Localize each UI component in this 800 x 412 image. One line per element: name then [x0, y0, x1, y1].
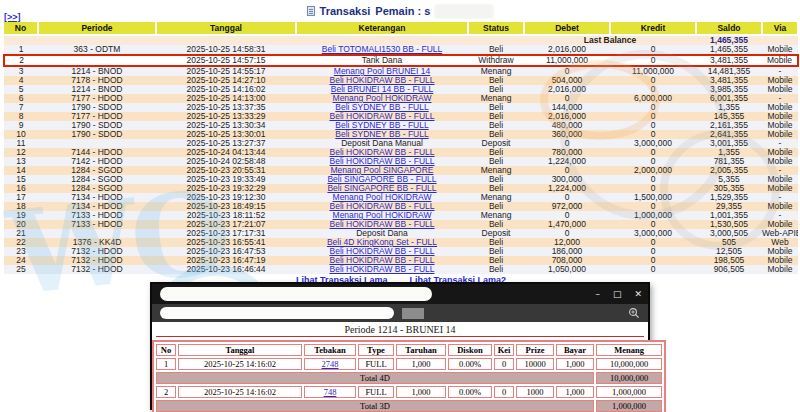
table-row: 19 7133 - HDOD 2025-10-23 18:11:52 Menan… — [4, 211, 798, 220]
close-button[interactable]: ✕ — [634, 290, 642, 299]
popup-title-bar[interactable]: – □ ✕ — [152, 284, 648, 304]
keterangan-link[interactable]: Beli HOKIDRAW BB - FULL — [329, 220, 434, 229]
transaction-table: No Periode Tanggal Keterangan Status Deb… — [3, 22, 799, 287]
cell-via: Mobile — [762, 55, 798, 66]
cell-tanggal: 2025-10-23 17:21:07 — [156, 220, 296, 229]
cell-no: 14 — [4, 166, 38, 175]
table-row: 4 7178 - HDOD 2025-10-25 14:27:10 Beli H… — [4, 76, 798, 85]
cell-status: Beli — [468, 265, 524, 274]
table-row: 20 7133 - HDOD 2025-10-23 17:21:07 Beli … — [4, 220, 798, 229]
cell-tanggal: 2025-10-25 14:27:10 — [156, 76, 296, 85]
censored-browser-tab[interactable] — [160, 287, 432, 301]
keterangan-link[interactable]: Menang Pool HOKIDRAW — [333, 211, 432, 220]
keterangan-link[interactable]: Menang Pool HOKIDRAW — [333, 94, 432, 103]
cell-status: Beli — [468, 85, 524, 94]
cell-saldo: 14,481,355 — [696, 66, 762, 76]
keterangan-link[interactable]: Beli TOTOMALI1530 BB - FULL — [322, 45, 442, 54]
player-label: Pemain : s — [375, 5, 430, 17]
keterangan-link[interactable]: Beli SINGAPORE BB - FULL — [327, 175, 436, 184]
tebakan-link[interactable]: 2748 — [322, 359, 339, 369]
keterangan-link[interactable]: Beli HOKIDRAW BB - FULL — [329, 256, 434, 265]
detail-cell-no: 2 — [156, 386, 176, 398]
maximize-button[interactable]: □ — [613, 290, 622, 299]
cell-keterangan: Deposit Dana — [296, 229, 468, 238]
cell-kredit: 0 — [610, 202, 696, 211]
total-3d-value: 1,000,000 — [596, 400, 662, 412]
pagination-next-link[interactable]: [>>] — [4, 12, 21, 22]
zoom-icon[interactable] — [628, 307, 640, 319]
cell-no: 2 — [4, 55, 38, 66]
detail-col-tebakan: Tebakan — [304, 344, 356, 356]
cell-kredit: 3,000,000 — [610, 229, 696, 238]
keterangan-link[interactable]: Beli 4D KingKong Set - FULL — [327, 238, 437, 247]
cell-tanggal: 2025-10-25 14:13:00 — [156, 94, 296, 103]
col-header-via: Via — [762, 22, 798, 35]
cell-periode — [38, 55, 156, 66]
keterangan-link[interactable]: Beli SINGAPORE BB - FULL — [327, 184, 436, 193]
cell-saldo: 781,355 — [696, 157, 762, 166]
col-header-debet: Debet — [524, 22, 610, 35]
keterangan-link[interactable]: Menang Pool HOKIDRAW — [333, 193, 432, 202]
table-row: 12 7144 - HDOD 2025-10-24 04:13:44 Beli … — [4, 148, 798, 157]
table-row: 6 7177 - HDOD 2025-10-25 14:13:00 Menang… — [4, 94, 798, 103]
keterangan-link[interactable]: Beli BRUNEI 14 BB - FULL — [331, 85, 434, 94]
cell-no: 11 — [4, 139, 38, 148]
keterangan-link[interactable]: Beli SYDNEY BB - FULL — [335, 103, 428, 112]
cell-via: - — [762, 193, 798, 202]
keterangan-link[interactable]: Beli HOKIDRAW BB - FULL — [329, 76, 434, 85]
keterangan-link[interactable]: Beli SYDNEY BB - FULL — [335, 121, 428, 130]
cell-tanggal: 2025-10-24 04:13:44 — [156, 148, 296, 157]
cell-via: Mobile — [762, 265, 798, 274]
cell-saldo: 1,465,355 — [696, 45, 762, 55]
detail-cell-prize: 1000 — [516, 386, 554, 398]
cell-saldo: 198,505 — [696, 256, 762, 265]
keterangan-link[interactable]: Beli HOKIDRAW BB - FULL — [329, 112, 434, 121]
cell-tanggal: 2025-10-23 16:55:41 — [156, 238, 296, 247]
cell-kredit: 0 — [610, 103, 696, 112]
keterangan-link[interactable]: Menang Pool SINGAPORE — [331, 166, 434, 175]
cell-keterangan: Menang Pool HOKIDRAW — [296, 94, 468, 103]
cell-periode: 7142 - HDOD — [38, 157, 156, 166]
cell-saldo: 29,355 — [696, 202, 762, 211]
table-row: 18 7134 - HDOD 2025-10-23 18:49:15 Beli … — [4, 202, 798, 211]
cell-status: Menang — [468, 193, 524, 202]
cell-keterangan: Beli SINGAPORE BB - FULL — [296, 175, 468, 184]
cell-saldo: 305,355 — [696, 184, 762, 193]
cell-kredit: 0 — [610, 148, 696, 157]
cell-via: Mobile — [762, 148, 798, 157]
keterangan-link[interactable]: Beli HOKIDRAW BB - FULL — [329, 148, 434, 157]
cell-kredit: 11,000,000 — [610, 66, 696, 76]
keterangan-link[interactable]: Beli HOKIDRAW BB - FULL — [329, 157, 434, 166]
table-row: 16 1284 - SGOD 2025-10-23 19:32:29 Beli … — [4, 184, 798, 193]
keterangan-link[interactable]: Beli HOKIDRAW BB - FULL — [329, 202, 434, 211]
cell-debet: 708,000 — [524, 256, 610, 265]
cell-kredit: 0 — [610, 157, 696, 166]
tebakan-link[interactable]: 748 — [324, 387, 337, 397]
page-header: Transaksi Pemain : s — [0, 3, 800, 19]
cell-no: 15 — [4, 175, 38, 184]
table-row: 23 7132 - HDOD 2025-10-23 16:47:53 Beli … — [4, 247, 798, 256]
cell-periode: 7178 - HDOD — [38, 76, 156, 85]
cell-status: Menang — [468, 166, 524, 175]
cell-debet: 0 — [524, 139, 610, 148]
keterangan-link[interactable]: Beli HOKIDRAW BB - FULL — [329, 265, 434, 274]
cell-no: 3 — [4, 66, 38, 76]
table-row: 25 7132 - HDOD 2025-10-23 16:46:44 Beli … — [4, 265, 798, 274]
detail-cell-bayar: 1,000 — [556, 358, 594, 370]
minimize-button[interactable]: – — [595, 290, 600, 299]
table-row: 9 1790 - SDOD 2025-10-25 13:30:34 Beli S… — [4, 121, 798, 130]
cell-via: - — [762, 94, 798, 103]
cell-debet: 0 — [524, 211, 610, 220]
cell-periode: 7134 - HDOD — [38, 193, 156, 202]
cell-via: Mobile — [762, 103, 798, 112]
keterangan-link[interactable]: Beli HOKIDRAW BB - FULL — [329, 247, 434, 256]
detail-cell-bayar: 1,000 — [556, 386, 594, 398]
table-row: 10 1790 - SDOD 2025-10-25 13:30:01 Beli … — [4, 130, 798, 139]
cell-status: Beli — [468, 220, 524, 229]
cell-keterangan: Deposit Dana Manual — [296, 139, 468, 148]
censored-address-input[interactable] — [160, 307, 394, 319]
detail-col-menang: Menang — [596, 344, 662, 356]
keterangan-link[interactable]: Beli SYDNEY BB - FULL — [335, 130, 428, 139]
cell-saldo: 6,001,355 — [696, 94, 762, 103]
keterangan-link[interactable]: Menang Pool BRUNEI 14 — [334, 66, 430, 76]
